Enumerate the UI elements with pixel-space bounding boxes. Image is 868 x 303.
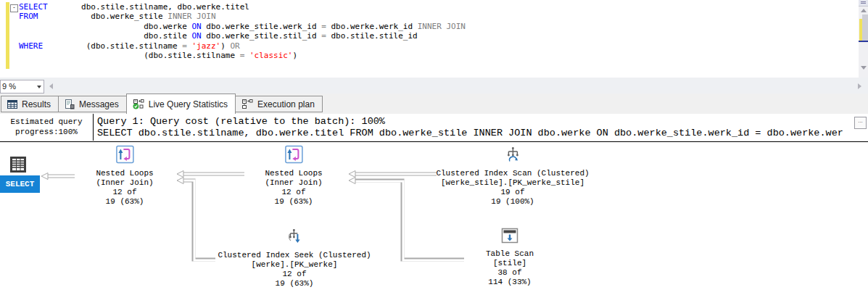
tab-label: Execution plan — [257, 99, 315, 109]
plan-node-text: Nested Loops(Inner Join)12 of19 (63%) — [265, 169, 322, 207]
tab-label: Results — [22, 99, 51, 109]
editor-splitter-handle[interactable] — [859, 0, 868, 7]
expand-query-text-button[interactable]: ... — [854, 117, 867, 129]
right-arrow-icon — [858, 83, 861, 89]
scroll-up-button[interactable] — [859, 7, 868, 14]
plan-node-clustered-index-scan[interactable]: Clustered Index Scan (Clustered)[werke_s… — [436, 145, 589, 207]
editor-horizontal-scrollbar[interactable]: 9 % — [0, 78, 868, 94]
ssms-window: - SELECT dbo.stile.stilname, dbo.werke.t… — [0, 0, 868, 303]
nested-loops-icon — [115, 145, 134, 167]
scrollbar-caret-marker — [859, 41, 868, 42]
sql-editor[interactable]: - SELECT dbo.stile.stilname, dbo.werke.t… — [0, 0, 868, 78]
results-tab-bar: Results Messages Live Query Statistics E… — [0, 94, 868, 114]
scroll-left-button[interactable] — [46, 81, 56, 91]
live-query-statistics-icon — [133, 99, 144, 109]
zoom-dropdown-button[interactable] — [34, 80, 44, 93]
execution-plan-canvas[interactable]: SELECT Nested Loops(Inner Join)12 of19 (… — [0, 141, 868, 303]
plan-node-text: Nested Loops(Inner Join)12 of19 (63%) — [96, 169, 153, 207]
down-arrow-icon — [861, 66, 867, 70]
scroll-right-button[interactable] — [854, 81, 864, 91]
query-cost-text: Query 1: Query cost (relative to the bat… — [97, 116, 853, 128]
results-grid-icon — [7, 100, 17, 109]
query-statement-text: SELECT dbo.stile.stilname, dbo.werke.tit… — [97, 128, 853, 139]
sql-code[interactable]: SELECT dbo.stile.stilname, dbo.werke.tit… — [19, 2, 466, 60]
plan-node-nested-loops-1[interactable]: Nested Loops(Inner Join)12 of19 (63%) — [96, 145, 153, 207]
execution-plan-icon — [241, 99, 253, 109]
plan-node-table-scan[interactable]: Table Scan[stile]38 of114 (33%) — [486, 227, 534, 287]
tab-results[interactable]: Results — [1, 96, 59, 112]
change-tracking-bar — [6, 2, 9, 69]
plan-node-text: Table Scan[stile]38 of114 (33%) — [486, 249, 534, 287]
clustered-index-scan-icon — [503, 145, 522, 167]
progress-line-1: Estimated query — [0, 117, 93, 127]
tab-label: Messages — [79, 99, 119, 109]
up-arrow-icon — [861, 9, 867, 12]
tab-messages[interactable]: Messages — [58, 96, 127, 112]
messages-icon — [65, 99, 75, 109]
result-grid-icon — [9, 156, 27, 176]
clustered-index-seek-icon — [285, 227, 304, 249]
plan-node-nested-loops-2[interactable]: Nested Loops(Inner Join)12 of19 (63%) — [265, 145, 322, 207]
zoom-level-value: 9 % — [2, 80, 16, 93]
plan-header: Estimated query progress:100% Query 1: Q… — [0, 113, 868, 142]
query-cost-cell: Query 1: Query cost (relative to the bat… — [97, 114, 853, 143]
nested-loops-icon — [284, 145, 303, 167]
tab-execution-plan[interactable]: Execution plan — [235, 96, 323, 112]
tab-live-query-statistics[interactable]: Live Query Statistics — [126, 94, 236, 114]
tab-label: Live Query Statistics — [149, 99, 228, 109]
progress-line-2: progress:100% — [0, 127, 93, 137]
code-fold-collapse-icon[interactable]: - — [10, 4, 18, 12]
zoom-level-combobox[interactable]: 9 % — [0, 80, 44, 94]
table-scan-icon — [501, 227, 518, 247]
editor-vertical-scrollbar[interactable] — [859, 0, 868, 78]
select-node-label[interactable]: SELECT — [0, 175, 40, 193]
scroll-down-button[interactable] — [859, 64, 868, 72]
plan-node-text: Clustered Index Seek (Clustered)[werke].… — [218, 251, 371, 289]
plan-node-clustered-index-seek[interactable]: Clustered Index Seek (Clustered)[werke].… — [218, 227, 371, 289]
chevron-down-icon — [37, 86, 41, 88]
vertical-scrollbar-thumb[interactable] — [862, 14, 868, 42]
plan-node-text: Clustered Index Scan (Clustered)[werke_s… — [436, 169, 589, 207]
estimated-progress-cell: Estimated query progress:100% — [0, 114, 94, 141]
left-arrow-icon — [49, 83, 53, 89]
